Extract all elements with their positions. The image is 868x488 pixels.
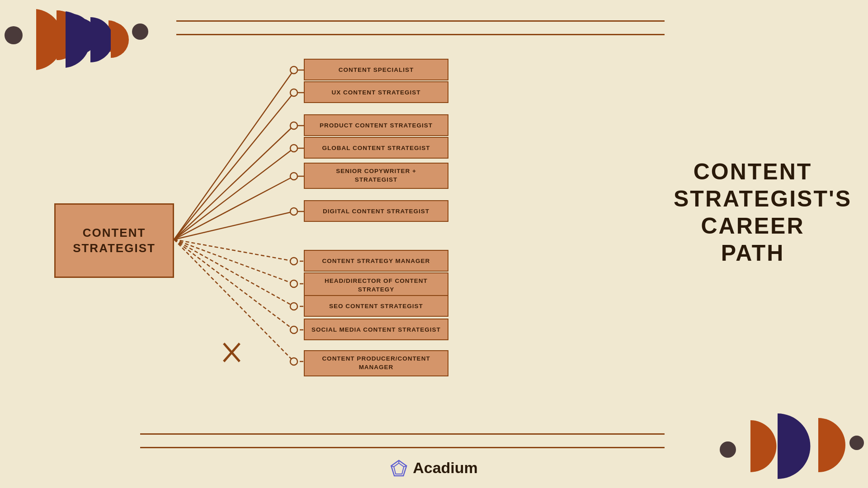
- svg-point-32: [290, 258, 297, 265]
- box-label: SEO CONTENT STRATEGIST: [329, 303, 423, 310]
- svg-point-28: [290, 122, 297, 129]
- svg-line-4: [174, 70, 294, 239]
- box-label: SOCIAL MEDIA CONTENT STRATEGIST: [311, 326, 441, 333]
- svg-marker-40: [394, 463, 404, 474]
- svg-line-5: [174, 93, 294, 239]
- career-title-text: CONTENT STRATEGIST'S CAREER PATH: [674, 158, 832, 267]
- center-box-label: CONTENT STRATEGIST: [56, 225, 173, 256]
- box-content-producer-manager: CONTENT PRODUCER/CONTENTMANAGER: [304, 350, 448, 376]
- svg-line-8: [174, 176, 294, 239]
- svg-line-11: [174, 239, 294, 284]
- box-label: GLOBAL CONTENT STRATEGIST: [322, 145, 430, 151]
- box-global-content-strategist: GLOBAL CONTENT STRATEGIST: [304, 137, 448, 159]
- box-content-strategy-manager: CONTENT STRATEGY MANAGER: [304, 250, 448, 272]
- logo-area: Acadium: [390, 459, 478, 477]
- svg-point-34: [290, 303, 297, 310]
- svg-point-29: [290, 145, 297, 152]
- center-box: CONTENT STRATEGIST: [54, 203, 174, 278]
- box-digital-content-strategist: DIGITAL CONTENT STRATEGIST: [304, 200, 448, 222]
- box-label: CONTENT PRODUCER/CONTENTMANAGER: [322, 355, 430, 372]
- career-title: CONTENT STRATEGIST'S CAREER PATH: [674, 158, 832, 267]
- svg-point-36: [290, 358, 297, 365]
- box-label: CONTENT SPECIALIST: [339, 66, 414, 73]
- svg-point-31: [290, 208, 297, 215]
- svg-point-27: [290, 89, 297, 96]
- svg-line-13: [174, 239, 294, 330]
- svg-line-6: [174, 126, 294, 239]
- svg-point-33: [290, 280, 297, 287]
- box-product-content-strategist: PRODUCT CONTENT STRATEGIST: [304, 114, 448, 136]
- box-label: SENIOR COPYWRITER +STRATEGIST: [336, 167, 416, 184]
- svg-line-12: [174, 239, 294, 306]
- box-label: PRODUCT CONTENT STRATEGIST: [320, 122, 433, 129]
- box-social-media-content-strategist: SOCIAL MEDIA CONTENT STRATEGIST: [304, 319, 448, 340]
- svg-point-30: [290, 173, 297, 180]
- box-label: DIGITAL CONTENT STRATEGIST: [323, 208, 429, 215]
- svg-point-26: [290, 66, 297, 74]
- box-label: CONTENT STRATEGY MANAGER: [322, 258, 430, 264]
- logo-text: Acadium: [413, 459, 478, 477]
- acadium-logo-icon: [390, 460, 407, 477]
- box-content-specialist: CONTENT SPECIALIST: [304, 59, 448, 80]
- box-label: HEAD/DIRECTOR OF CONTENTSTRATEGY: [325, 277, 428, 294]
- svg-point-35: [290, 326, 297, 333]
- box-senior-copywriter: SENIOR COPYWRITER +STRATEGIST: [304, 163, 448, 189]
- box-seo-content-strategist: SEO CONTENT STRATEGIST: [304, 295, 448, 317]
- box-ux-content-strategist: UX CONTENT STRATEGIST: [304, 81, 448, 103]
- box-label: UX CONTENT STRATEGIST: [331, 89, 420, 96]
